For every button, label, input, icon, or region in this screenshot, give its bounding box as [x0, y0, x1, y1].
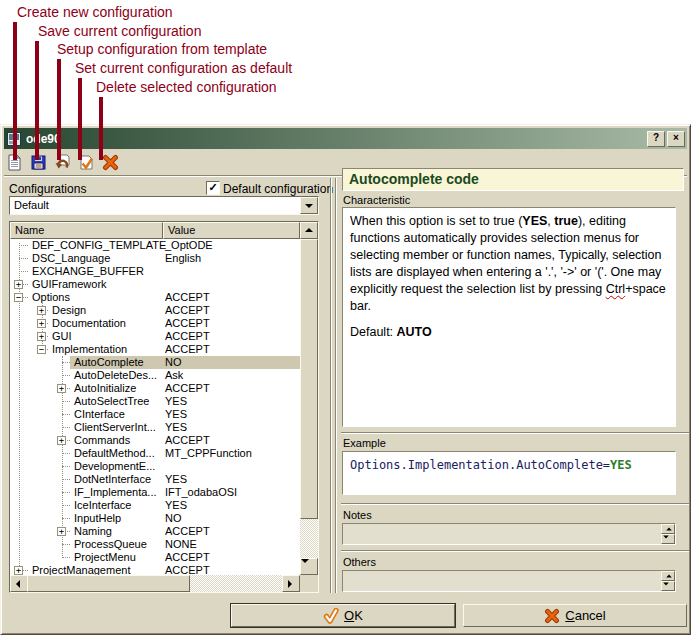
others-scroll-down-button[interactable] — [661, 581, 675, 591]
notes-field[interactable] — [342, 523, 676, 545]
expand-plus-icon[interactable]: + — [37, 319, 46, 328]
configuration-select[interactable]: Default — [9, 196, 319, 215]
tree-row[interactable]: ProcessQueueNONE — [10, 538, 300, 551]
tree-line — [62, 414, 70, 415]
tree-item-value: _OptODE — [165, 239, 213, 252]
tree-row[interactable]: IceInterfaceYES — [10, 499, 300, 512]
tree-item-value: ACCEPT — [165, 551, 210, 564]
tree-item-name: ProjectMenu — [74, 551, 136, 564]
tree-row[interactable]: +DesignACCEPT — [10, 304, 300, 317]
annotation-pointer-line — [78, 78, 82, 160]
annotation-pointer-line — [13, 22, 17, 160]
tree-row[interactable]: DefaultMethod...MT_CPPFunction — [10, 447, 300, 460]
tree-row[interactable]: ProjectMenuACCEPT — [10, 551, 300, 564]
expand-plus-icon[interactable]: + — [14, 566, 23, 575]
tree-row[interactable]: AutoDeleteDes...Ask — [10, 369, 300, 382]
tree-row[interactable]: AutoSelectTreeYES — [10, 395, 300, 408]
panel-splitter[interactable] — [330, 178, 332, 593]
default-configuration-checkbox[interactable]: ✓ — [206, 181, 220, 195]
notes-scroll-down-button[interactable] — [661, 534, 675, 544]
tree-row[interactable]: ClientServerInt...YES — [10, 421, 300, 434]
tree-item-value: ACCEPT — [165, 343, 210, 356]
expand-plus-icon[interactable]: + — [14, 280, 23, 289]
tree-row[interactable]: −OptionsACCEPT — [10, 291, 300, 304]
section-divider — [341, 503, 689, 505]
tree-row[interactable]: IF_Implementa...IFT_odabaOSI — [10, 486, 300, 499]
tree-row[interactable]: DevelopmentE... — [10, 460, 300, 473]
tree-item-name: DefaultMethod... — [74, 447, 155, 460]
expand-plus-icon[interactable]: + — [57, 436, 66, 445]
scroll-up-button[interactable] — [300, 222, 318, 239]
tree-item-name: Options — [32, 291, 70, 304]
delete-configuration-button[interactable] — [101, 153, 120, 172]
cancel-x-icon — [544, 608, 560, 624]
tree-row[interactable]: +CommandsACCEPT — [10, 434, 300, 447]
tree-row[interactable]: DSC_LanguageEnglish — [10, 252, 300, 265]
tree-item-name: DevelopmentE... — [74, 460, 155, 473]
help-button[interactable]: ? — [647, 131, 665, 147]
tree-item-name: ClientServerInt... — [74, 421, 156, 434]
characteristic-text[interactable]: When this option is set to true (YES, tr… — [342, 207, 676, 427]
scroll-down-button[interactable] — [300, 558, 318, 575]
tree-item-name: ProcessQueue — [74, 538, 147, 551]
tree-row[interactable]: +NamingACCEPT — [10, 525, 300, 538]
vertical-scrollbar[interactable] — [300, 222, 318, 575]
characteristic-label: Characteristic — [343, 194, 410, 206]
tree-item-name: GUI — [52, 330, 72, 343]
others-scroll-up-button[interactable] — [661, 571, 675, 581]
expand-plus-icon[interactable]: + — [37, 306, 46, 315]
tree-item-name: IF_Implementa... — [74, 486, 157, 499]
tree-item-value: ACCEPT — [165, 291, 210, 304]
annotation-label: Delete selected configuration — [96, 79, 277, 95]
expand-plus-icon[interactable]: + — [57, 527, 66, 536]
column-header-name[interactable]: Name — [10, 222, 163, 239]
others-label: Others — [343, 556, 376, 568]
close-button[interactable]: × — [667, 131, 685, 147]
tree-item-value: ACCEPT — [165, 304, 210, 317]
tree-row[interactable]: DotNetInterfaceYES — [10, 473, 300, 486]
tree-row[interactable]: +GUIFramework — [10, 278, 300, 291]
tree-row[interactable]: CInterfaceYES — [10, 408, 300, 421]
screenshot-stage: Create new configurationSave current con… — [0, 0, 691, 635]
tree-row[interactable]: AutoCompleteNO — [10, 356, 300, 369]
tree-row[interactable]: +AutoInitializeACCEPT — [10, 382, 300, 395]
collapse-minus-icon[interactable]: − — [14, 293, 23, 302]
tree-row[interactable]: +GUIACCEPT — [10, 330, 300, 343]
tree-row[interactable]: +DocumentationACCEPT — [10, 317, 300, 330]
notes-scroll-up-button[interactable] — [661, 524, 675, 534]
scroll-left-button[interactable] — [10, 575, 28, 592]
tree-item-value: Ask — [165, 369, 183, 382]
vertical-scroll-thumb[interactable] — [300, 239, 318, 519]
example-code[interactable]: Options.Implementation.AutoComplete=YES — [342, 451, 676, 495]
tree-row[interactable]: +ProjectManagementACCEPT — [10, 564, 300, 575]
tree-line — [62, 466, 70, 467]
tree-item-value: ACCEPT — [165, 330, 210, 343]
setup-from-template-button[interactable] — [53, 153, 72, 172]
tree-item-value: ACCEPT — [165, 564, 210, 575]
combo-dropdown-button[interactable] — [300, 197, 318, 214]
column-header-value[interactable]: Value — [163, 222, 300, 239]
title-bar[interactable]: ode90 ? × — [4, 128, 687, 149]
tree-item-name: Documentation — [52, 317, 126, 330]
horizontal-scroll-thumb[interactable] — [27, 575, 190, 592]
tree-row[interactable]: InputHelpNO — [10, 512, 300, 525]
tree-row[interactable]: −ImplementationACCEPT — [10, 343, 300, 356]
tree-line — [62, 375, 70, 376]
tree-row[interactable]: DEF_CONFIG_TEMPLATE_OptODE — [10, 239, 300, 252]
tree-item-value: NO — [165, 512, 182, 525]
ok-button[interactable]: OK — [231, 604, 455, 627]
tree-item-value: ACCEPT — [165, 434, 210, 447]
others-field[interactable] — [342, 570, 676, 592]
scroll-right-button[interactable] — [282, 575, 300, 592]
collapse-minus-icon[interactable]: − — [37, 345, 46, 354]
tree-row[interactable]: EXCHANGE_BUFFER — [10, 265, 300, 278]
configuration-selected-value: Default — [14, 199, 49, 211]
expand-plus-icon[interactable]: + — [37, 332, 46, 341]
panel-splitter[interactable] — [335, 178, 337, 593]
horizontal-scrollbar[interactable] — [10, 575, 300, 592]
tree-item-value: YES — [165, 473, 187, 486]
expand-plus-icon[interactable]: + — [57, 384, 66, 393]
tree-item-value: ACCEPT — [165, 317, 210, 330]
annotation-label: Setup configuration from template — [57, 41, 267, 57]
cancel-button[interactable]: Cancel — [463, 604, 687, 627]
